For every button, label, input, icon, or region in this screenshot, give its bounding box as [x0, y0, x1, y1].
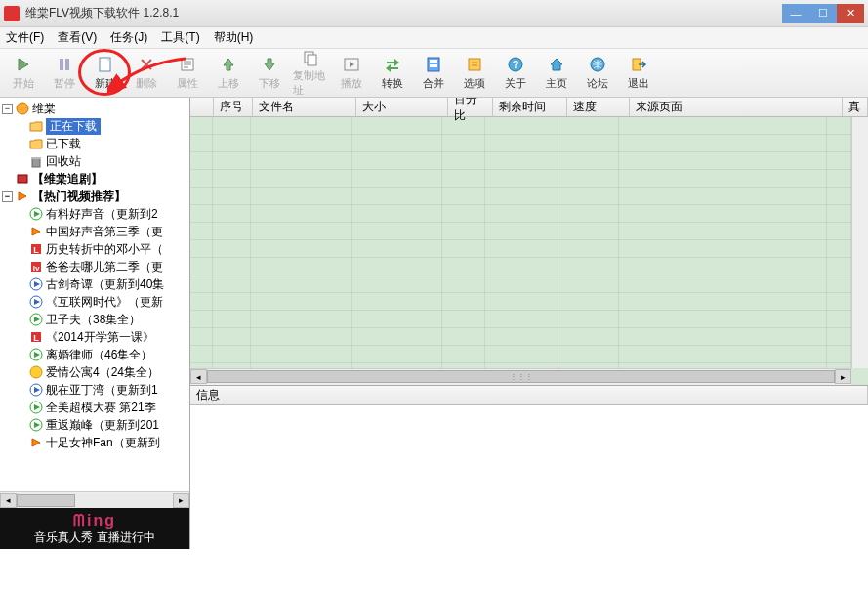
tree-downloaded[interactable]: 已下载	[0, 135, 189, 152]
banner-logo: ᗰing	[73, 512, 116, 529]
menu-view[interactable]: 查看(V)	[58, 29, 97, 46]
toolbar-exit-button[interactable]: 退出	[621, 51, 656, 96]
video-icon: L	[29, 242, 43, 256]
toolbar-label: 删除	[136, 76, 157, 91]
tree-hot[interactable]: −【热门视频推荐】	[0, 188, 189, 205]
minimize-button[interactable]: —	[782, 4, 809, 23]
table-header: 序号文件名大小百分比剩余时间速度来源页面真	[190, 98, 868, 117]
tree-label: 古剑奇谭（更新到40集	[46, 276, 164, 293]
toolbar-home-button[interactable]: 主页	[539, 51, 574, 96]
trash-icon	[29, 154, 43, 168]
toolbar-moveup-button[interactable]: 上移	[211, 51, 246, 96]
tree-video-item[interactable]: 舰在亚丁湾（更新到1	[0, 381, 189, 399]
tree-video-item[interactable]: 《互联网时代》（更新	[0, 293, 189, 311]
video-icon	[29, 383, 43, 397]
tree-video-item[interactable]: L《2014开学第一课》	[0, 328, 189, 346]
tree-video-item[interactable]: 十足女神Fan（更新到	[0, 434, 189, 451]
menu-help[interactable]: 帮助(H)	[214, 29, 254, 46]
column-header[interactable]: 文件名	[253, 98, 356, 116]
column-header[interactable]: 来源页面	[630, 98, 843, 116]
sidebar-hscroll[interactable]: ◂ ▸	[0, 491, 189, 508]
column-header[interactable]: 速度	[567, 98, 630, 116]
maximize-button[interactable]: ☐	[809, 4, 837, 23]
tree-view[interactable]: −维棠正在下载已下载回收站【维棠追剧】−【热门视频推荐】有料好声音（更新到2中国…	[0, 98, 189, 491]
toolbar-play-button[interactable]: 播放	[334, 51, 369, 96]
toolbar-options-button[interactable]: 选项	[457, 51, 492, 96]
column-header[interactable]	[190, 98, 214, 116]
about-icon: ?	[506, 55, 525, 74]
tree-label: 十足女神Fan（更新到	[46, 435, 160, 451]
video-icon	[29, 225, 43, 238]
toolbar-label: 选项	[464, 76, 485, 91]
menu-task[interactable]: 任务(J)	[110, 29, 147, 46]
toolbar-label: 下移	[259, 76, 280, 91]
toolbar: 开始暂停新建删除属性上移下移复制地址播放转换合并选项?关于主页论坛退出	[0, 49, 868, 98]
column-header[interactable]: 百分比	[448, 98, 493, 116]
table-vscroll[interactable]	[851, 117, 868, 368]
tree-video-item[interactable]: 古剑奇谭（更新到40集	[0, 275, 189, 293]
merge-icon	[424, 55, 443, 74]
scroll-thumb[interactable]: ⋮⋮⋮	[207, 370, 835, 383]
toolbar-delete-button[interactable]: 删除	[129, 51, 164, 96]
toolbar-convert-button[interactable]: 转换	[375, 51, 410, 96]
scroll-left-icon[interactable]: ◂	[190, 369, 207, 384]
video-icon	[29, 313, 43, 326]
tree-recycle[interactable]: 回收站	[0, 152, 189, 170]
svg-text:L: L	[33, 245, 39, 255]
download-table[interactable]: 序号文件名大小百分比剩余时间速度来源页面真 ◂ ⋮⋮⋮ ▸	[190, 98, 868, 385]
toolbar-start-button[interactable]: 开始	[6, 51, 41, 96]
table-body[interactable]	[190, 117, 851, 368]
tree-downloading[interactable]: 正在下载	[0, 117, 189, 135]
close-button[interactable]: ✕	[837, 4, 864, 23]
tree-video-item[interactable]: 全美超模大赛 第21季	[0, 399, 189, 416]
scroll-thumb[interactable]	[17, 494, 75, 507]
tree-label: 全美超模大赛 第21季	[46, 400, 156, 416]
scroll-right-icon[interactable]: ▸	[835, 369, 851, 384]
ad-banner[interactable]: ᗰing 音乐真人秀 直播进行中	[0, 508, 189, 549]
tree-video-item[interactable]: L历史转折中的邓小平（	[0, 240, 189, 258]
info-panel: 信息	[190, 385, 868, 549]
menu-tools[interactable]: 工具(T)	[161, 29, 199, 46]
tree-toggle-icon[interactable]: −	[2, 191, 13, 202]
toolbar-forum-button[interactable]: 论坛	[580, 51, 615, 96]
options-icon	[465, 55, 484, 74]
tree-video-item[interactable]: 爱情公寓4（24集全）	[0, 363, 189, 381]
toolbar-movedown-button[interactable]: 下移	[252, 51, 287, 96]
tree-video-item[interactable]: 卫子夫（38集全）	[0, 311, 189, 328]
tree-video-item[interactable]: 中国好声音第三季（更	[0, 223, 189, 240]
video-icon	[29, 418, 43, 432]
column-header[interactable]: 真	[843, 98, 868, 116]
toolbar-about-button[interactable]: ?关于	[498, 51, 533, 96]
sidebar: −维棠正在下载已下载回收站【维棠追剧】−【热门视频推荐】有料好声音（更新到2中国…	[0, 98, 190, 549]
info-label: 信息	[190, 386, 868, 404]
column-header[interactable]: 序号	[214, 98, 253, 116]
copyaddr-icon	[301, 49, 320, 66]
video-icon: L	[29, 330, 43, 344]
table-hscroll[interactable]: ◂ ⋮⋮⋮ ▸	[190, 368, 851, 385]
new-icon	[96, 55, 115, 74]
toolbar-merge-button[interactable]: 合并	[416, 51, 451, 96]
banner-text: 音乐真人秀 直播进行中	[34, 529, 154, 546]
tree-root[interactable]: −维棠	[0, 100, 189, 117]
menu-file[interactable]: 文件(F)	[6, 29, 44, 46]
svg-rect-10	[469, 59, 480, 70]
tree-video-item[interactable]: 有料好声音（更新到2	[0, 205, 189, 223]
scroll-left-icon[interactable]: ◂	[0, 493, 17, 508]
scroll-right-icon[interactable]: ▸	[173, 493, 189, 508]
column-header[interactable]: 剩余时间	[493, 98, 567, 116]
toolbar-label: 属性	[177, 76, 198, 91]
tree-drama[interactable]: 【维棠追剧】	[0, 170, 189, 188]
toolbar-new-button[interactable]: 新建	[88, 51, 123, 96]
column-header[interactable]: 大小	[356, 98, 448, 116]
toolbar-props-button[interactable]: 属性	[170, 51, 205, 96]
tree-video-item[interactable]: 重返巅峰（更新到201	[0, 416, 189, 434]
tree-toggle-icon[interactable]: −	[2, 104, 13, 114]
toolbar-copyaddr-button[interactable]: 复制地址	[293, 51, 328, 96]
video-icon	[29, 436, 43, 449]
toolbar-pause-button[interactable]: 暂停	[47, 51, 82, 96]
tree-video-item[interactable]: lv爸爸去哪儿第二季（更	[0, 258, 189, 275]
toolbar-label: 暂停	[54, 76, 75, 91]
svg-text:lv: lv	[33, 264, 40, 273]
convert-icon	[383, 55, 402, 74]
tree-video-item[interactable]: 离婚律师（46集全）	[0, 346, 189, 363]
